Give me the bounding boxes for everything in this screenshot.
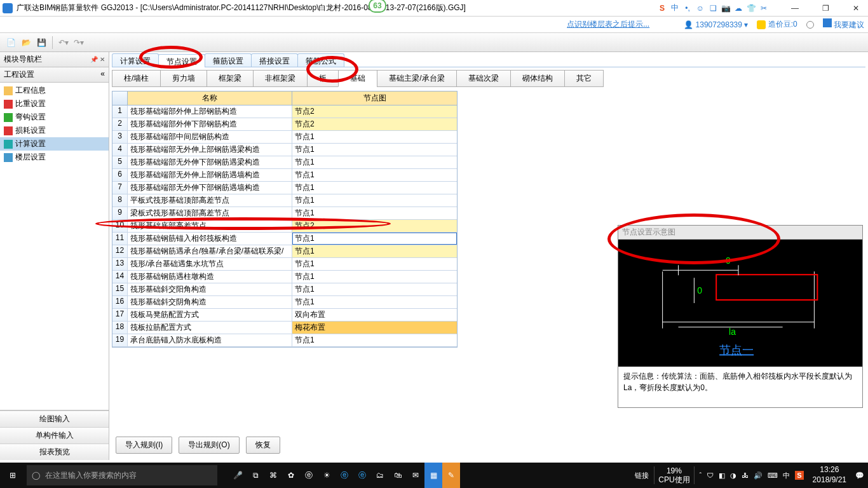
redo-button[interactable]: ↷▾	[72, 36, 86, 50]
row-value[interactable]: 节点1	[292, 131, 457, 143]
side-button-2[interactable]: 报表预览	[0, 444, 109, 460]
top-tab-3[interactable]: 搭接设置	[251, 53, 298, 67]
row-value[interactable]: 节点1	[292, 283, 457, 295]
tree-item-5[interactable]: 楼层设置	[0, 151, 109, 164]
feedback-link[interactable]: 我要建议	[823, 18, 864, 30]
mail-icon[interactable]: ✉	[407, 463, 424, 488]
mic-icon[interactable]: 🎤	[229, 463, 247, 488]
rule-button-0[interactable]: 导入规则(I)	[116, 437, 172, 454]
start-button[interactable]: ⊞	[0, 463, 25, 488]
grid-row[interactable]: 1筏形基础端部外伸上部钢筋构造节点2	[112, 105, 457, 118]
ime-skin-icon[interactable]: 👕	[746, 4, 756, 13]
grid-row[interactable]: 6筏形基础端部无外伸上部钢筋遇墙构造节点1	[112, 169, 457, 182]
row-value[interactable]: 节点1	[292, 194, 457, 207]
rule-button-2[interactable]: 恢复	[246, 437, 280, 454]
taskbar-search[interactable]: ◯ 在这里输入你要搜索的内容	[27, 465, 217, 485]
tray-icon-c[interactable]: ⌨	[768, 471, 778, 480]
side-button-1[interactable]: 单构件输入	[0, 427, 109, 444]
row-value[interactable]: 节点2	[292, 105, 457, 118]
project-settings-header[interactable]: 工程设置 «	[0, 67, 109, 83]
row-value[interactable]: 节点1	[292, 207, 457, 219]
app-icon-2[interactable]: ✿	[282, 463, 300, 488]
row-value[interactable]: 节点1	[292, 245, 457, 257]
sub-tab-4[interactable]: 板	[307, 70, 339, 87]
row-value[interactable]: 节点1	[292, 144, 457, 156]
ie-icon-2[interactable]: ⓔ	[353, 463, 371, 488]
grid-row[interactable]: 11筏形基础钢筋锚入相邻筏板构造节点1	[112, 233, 457, 245]
pin-icon[interactable]: 📌 ✕	[90, 56, 105, 63]
grid-row[interactable]: 8平板式筏形基础顶部高差节点节点1	[112, 194, 457, 207]
grid-row[interactable]: 9梁板式筏形基础顶部高差节点节点1	[112, 207, 457, 220]
grid-row[interactable]: 17筏板马凳筋配置方式双向布置	[112, 309, 457, 322]
sub-tab-2[interactable]: 框架梁	[207, 70, 254, 87]
tray-icon-b[interactable]: ◑	[730, 471, 736, 480]
maximize-button[interactable]: ❐	[816, 4, 835, 13]
tray-up-icon[interactable]: ˆ	[700, 471, 702, 479]
tree-item-2[interactable]: 弯钩设置	[0, 111, 109, 124]
app-icon-5[interactable]: ✎	[442, 463, 460, 488]
ime-mic-icon[interactable]: 📷	[721, 4, 731, 13]
ime-keyboard-icon[interactable]: ❑	[708, 4, 718, 13]
tray-net-icon[interactable]: 🖧	[742, 471, 749, 479]
grid-row[interactable]: 2筏形基础端部外伸下部钢筋构造节点2	[112, 118, 457, 131]
tray-icon-a[interactable]: ◧	[719, 471, 725, 480]
edge-icon[interactable]: ⓔ	[336, 463, 353, 488]
row-value[interactable]: 节点1	[292, 258, 457, 270]
taskview-icon[interactable]: ⧉	[247, 463, 264, 488]
row-value[interactable]: 节点1	[292, 169, 457, 181]
grid-row[interactable]: 3筏形基础端部中间层钢筋构造节点1	[112, 131, 457, 144]
grid-row[interactable]: 12筏形基础钢筋遇承台/独基/承台梁/基础联系梁/节点1	[112, 245, 457, 258]
row-value[interactable]: 梅花布置	[292, 322, 457, 334]
tree-item-3[interactable]: 损耗设置	[0, 124, 109, 137]
grid-row[interactable]: 5筏形基础端部无外伸下部钢筋遇梁构造节点1	[112, 156, 457, 169]
grid-row[interactable]: 14筏形基础钢筋遇柱墩构造节点1	[112, 271, 457, 283]
grid-row[interactable]: 18筏板拉筋配置方式梅花布置	[112, 322, 457, 334]
rule-button-1[interactable]: 导出规则(O)	[179, 437, 239, 454]
ime-punct-icon[interactable]: •,	[682, 4, 693, 13]
ie-icon[interactable]: ⓔ	[300, 463, 318, 488]
ime-lang-icon[interactable]: 中	[670, 3, 680, 13]
sub-tab-6[interactable]: 基础主梁/承台梁	[377, 70, 456, 87]
open-file-button[interactable]: 📂	[19, 36, 33, 50]
row-value[interactable]: 节点2	[292, 220, 457, 232]
grid-row[interactable]: 16筏形基础斜交阴角构造节点1	[112, 296, 457, 309]
cpu-meter[interactable]: 19% CPU使用	[654, 466, 694, 485]
app-icon-3[interactable]: ☀	[318, 463, 336, 488]
sogou-tray-icon[interactable]: S	[795, 471, 803, 480]
hint-link[interactable]: 点识别楼层表之后提示...	[567, 19, 649, 30]
tree-item-4[interactable]: 计算设置	[0, 137, 109, 151]
sub-tab-7[interactable]: 基础次梁	[456, 70, 511, 87]
top-tab-4[interactable]: 箍筋公式	[297, 53, 344, 67]
app-icon-4[interactable]: ▦	[424, 463, 442, 488]
tree-item-0[interactable]: 工程信息	[0, 84, 109, 97]
grid-row[interactable]: 15筏形基础斜交阳角构造节点1	[112, 283, 457, 296]
top-tab-2[interactable]: 箍筋设置	[205, 53, 252, 67]
sub-tab-5[interactable]: 基础	[338, 70, 377, 87]
explorer-icon[interactable]: 🗂	[371, 463, 389, 488]
tray-ime[interactable]: 中	[783, 471, 790, 480]
row-value[interactable]: 节点1	[292, 156, 457, 168]
row-value[interactable]: 双向布置	[292, 309, 457, 321]
ime-tool-icon[interactable]: ✂	[759, 4, 769, 13]
tray-vol-icon[interactable]: 🔊	[754, 471, 763, 480]
user-phone[interactable]: 👤 13907298339 ▾	[684, 20, 748, 29]
sub-tab-0[interactable]: 柱/墙柱	[112, 70, 161, 87]
grid-row[interactable]: 10筏形基础底部高差节点节点2	[112, 220, 457, 233]
top-tab-1[interactable]: 节点设置	[158, 54, 205, 67]
undo-button[interactable]: ↶▾	[57, 36, 71, 50]
bell-icon[interactable]	[806, 21, 814, 29]
row-value[interactable]: 节点1	[292, 296, 457, 308]
ime-cloud-icon[interactable]: ☁	[733, 4, 743, 13]
row-value[interactable]: 节点2	[292, 118, 457, 130]
grid-row[interactable]: 7筏形基础端部无外伸下部钢筋遇墙构造节点1	[112, 182, 457, 194]
store-icon[interactable]: 🛍	[389, 463, 407, 488]
tray-shield-icon[interactable]: 🛡	[707, 471, 714, 479]
row-value[interactable]: 节点1	[292, 182, 457, 194]
side-button-0[interactable]: 绘图输入	[0, 410, 109, 427]
minimize-button[interactable]: —	[785, 4, 804, 13]
link-label[interactable]: 链接	[635, 471, 649, 480]
sub-tab-3[interactable]: 非框架梁	[253, 70, 308, 87]
sub-tab-1[interactable]: 剪力墙	[160, 70, 207, 87]
row-value[interactable]: 节点1	[292, 233, 457, 245]
row-value[interactable]: 节点1	[292, 271, 457, 283]
